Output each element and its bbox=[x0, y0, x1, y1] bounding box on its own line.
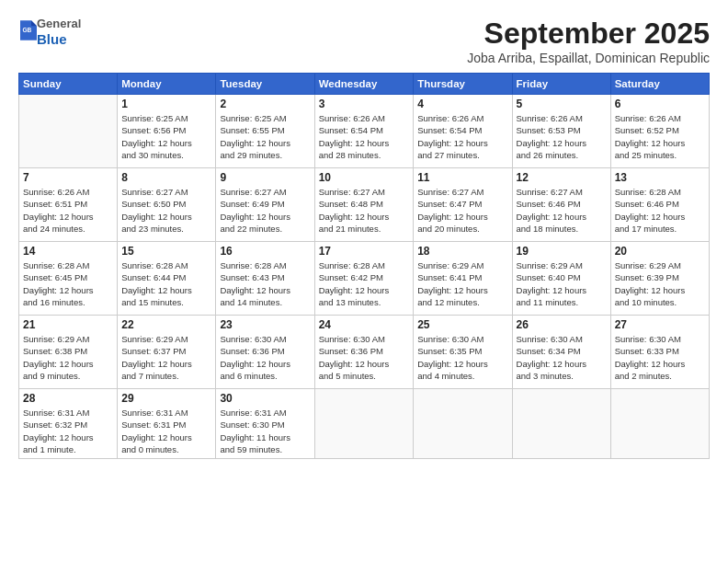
page: GB General Blue September 2025 Joba Arri… bbox=[0, 0, 728, 563]
day-number: 16 bbox=[220, 245, 310, 258]
day-number: 29 bbox=[121, 392, 211, 405]
day-number: 17 bbox=[319, 245, 410, 258]
col-sunday: Sunday bbox=[19, 74, 118, 95]
col-saturday: Saturday bbox=[610, 74, 709, 95]
col-friday: Friday bbox=[512, 74, 610, 95]
cell-content: Sunrise: 6:30 AMSunset: 6:34 PMDaylight:… bbox=[517, 333, 607, 382]
day-number: 4 bbox=[417, 98, 507, 110]
day-number: 27 bbox=[615, 318, 705, 331]
table-row: 6Sunrise: 6:26 AMSunset: 6:52 PMDaylight… bbox=[610, 95, 709, 168]
day-number: 20 bbox=[615, 245, 705, 258]
day-number: 24 bbox=[319, 318, 410, 331]
day-number: 26 bbox=[517, 318, 607, 331]
cell-content: Sunrise: 6:27 AMSunset: 6:46 PMDaylight:… bbox=[517, 186, 607, 235]
day-number: 6 bbox=[615, 98, 705, 110]
day-number: 7 bbox=[23, 171, 113, 184]
col-monday: Monday bbox=[118, 74, 216, 95]
location: Joba Arriba, Espaillat, Dominican Republ… bbox=[467, 51, 710, 65]
cell-content: Sunrise: 6:29 AMSunset: 6:40 PMDaylight:… bbox=[517, 259, 607, 308]
cell-content: Sunrise: 6:30 AMSunset: 6:36 PMDaylight:… bbox=[319, 333, 410, 382]
cell-content: Sunrise: 6:31 AMSunset: 6:32 PMDaylight:… bbox=[23, 407, 113, 455]
cell-content: Sunrise: 6:29 AMSunset: 6:39 PMDaylight:… bbox=[615, 259, 705, 308]
logo-blue: Blue bbox=[37, 31, 81, 48]
table-row: 28Sunrise: 6:31 AMSunset: 6:32 PMDayligh… bbox=[19, 389, 118, 459]
table-row: 7Sunrise: 6:26 AMSunset: 6:51 PMDaylight… bbox=[19, 168, 118, 242]
cell-content: Sunrise: 6:30 AMSunset: 6:35 PMDaylight:… bbox=[417, 333, 507, 382]
day-number: 10 bbox=[319, 171, 410, 184]
table-row bbox=[314, 389, 414, 459]
cell-content: Sunrise: 6:27 AMSunset: 6:48 PMDaylight:… bbox=[319, 186, 410, 235]
col-thursday: Thursday bbox=[414, 74, 512, 95]
day-number: 21 bbox=[23, 318, 113, 331]
day-number: 15 bbox=[121, 245, 211, 258]
table-row: 19Sunrise: 6:29 AMSunset: 6:40 PMDayligh… bbox=[512, 242, 610, 316]
table-row: 25Sunrise: 6:30 AMSunset: 6:35 PMDayligh… bbox=[414, 316, 512, 389]
table-row: 10Sunrise: 6:27 AMSunset: 6:48 PMDayligh… bbox=[314, 168, 414, 242]
svg-text:GB: GB bbox=[22, 27, 31, 33]
table-row: 5Sunrise: 6:26 AMSunset: 6:53 PMDaylight… bbox=[512, 95, 610, 168]
table-row: 18Sunrise: 6:29 AMSunset: 6:41 PMDayligh… bbox=[414, 242, 512, 316]
cell-content: Sunrise: 6:27 AMSunset: 6:49 PMDaylight:… bbox=[220, 186, 310, 235]
cell-content: Sunrise: 6:31 AMSunset: 6:31 PMDaylight:… bbox=[121, 407, 211, 455]
cell-content: Sunrise: 6:26 AMSunset: 6:54 PMDaylight:… bbox=[319, 112, 410, 161]
calendar-header-row: Sunday Monday Tuesday Wednesday Thursday… bbox=[19, 74, 710, 95]
table-row bbox=[414, 389, 512, 459]
table-row: 11Sunrise: 6:27 AMSunset: 6:47 PMDayligh… bbox=[414, 168, 512, 242]
cell-content: Sunrise: 6:27 AMSunset: 6:47 PMDaylight:… bbox=[417, 186, 507, 235]
table-row: 3Sunrise: 6:26 AMSunset: 6:54 PMDaylight… bbox=[314, 95, 414, 168]
cell-content: Sunrise: 6:28 AMSunset: 6:42 PMDaylight:… bbox=[319, 259, 410, 308]
cell-content: Sunrise: 6:30 AMSunset: 6:36 PMDaylight:… bbox=[220, 333, 310, 382]
cell-content: Sunrise: 6:26 AMSunset: 6:53 PMDaylight:… bbox=[517, 112, 607, 161]
table-row: 14Sunrise: 6:28 AMSunset: 6:45 PMDayligh… bbox=[19, 242, 118, 316]
table-row: 23Sunrise: 6:30 AMSunset: 6:36 PMDayligh… bbox=[216, 316, 314, 389]
table-row: 30Sunrise: 6:31 AMSunset: 6:30 PMDayligh… bbox=[216, 389, 314, 459]
table-row: 16Sunrise: 6:28 AMSunset: 6:43 PMDayligh… bbox=[216, 242, 314, 316]
day-number: 25 bbox=[417, 318, 507, 331]
day-number: 13 bbox=[615, 171, 705, 184]
logo-general: General bbox=[37, 17, 81, 31]
table-row: 29Sunrise: 6:31 AMSunset: 6:31 PMDayligh… bbox=[118, 389, 216, 459]
cell-content: Sunrise: 6:26 AMSunset: 6:52 PMDaylight:… bbox=[615, 112, 705, 161]
cell-content: Sunrise: 6:28 AMSunset: 6:45 PMDaylight:… bbox=[23, 259, 113, 308]
table-row: 8Sunrise: 6:27 AMSunset: 6:50 PMDaylight… bbox=[118, 168, 216, 242]
day-number: 28 bbox=[23, 392, 113, 405]
cell-content: Sunrise: 6:29 AMSunset: 6:41 PMDaylight:… bbox=[417, 259, 507, 308]
day-number: 9 bbox=[220, 171, 310, 184]
table-row bbox=[19, 95, 118, 168]
calendar: Sunday Monday Tuesday Wednesday Thursday… bbox=[18, 73, 710, 459]
day-number: 8 bbox=[121, 171, 211, 184]
table-row: 20Sunrise: 6:29 AMSunset: 6:39 PMDayligh… bbox=[610, 242, 709, 316]
table-row: 2Sunrise: 6:25 AMSunset: 6:55 PMDaylight… bbox=[216, 95, 314, 168]
cell-content: Sunrise: 6:28 AMSunset: 6:44 PMDaylight:… bbox=[121, 259, 211, 308]
cell-content: Sunrise: 6:28 AMSunset: 6:43 PMDaylight:… bbox=[220, 259, 310, 308]
logo: GB General Blue bbox=[18, 17, 81, 48]
day-number: 30 bbox=[220, 392, 310, 405]
table-row: 15Sunrise: 6:28 AMSunset: 6:44 PMDayligh… bbox=[118, 242, 216, 316]
table-row bbox=[512, 389, 610, 459]
day-number: 22 bbox=[121, 318, 211, 331]
cell-content: Sunrise: 6:29 AMSunset: 6:37 PMDaylight:… bbox=[121, 333, 211, 382]
title-block: September 2025 Joba Arriba, Espaillat, D… bbox=[467, 17, 710, 65]
table-row: 27Sunrise: 6:30 AMSunset: 6:33 PMDayligh… bbox=[610, 316, 709, 389]
day-number: 1 bbox=[121, 98, 211, 110]
cell-content: Sunrise: 6:25 AMSunset: 6:56 PMDaylight:… bbox=[121, 112, 211, 161]
col-tuesday: Tuesday bbox=[216, 74, 314, 95]
table-row: 13Sunrise: 6:28 AMSunset: 6:46 PMDayligh… bbox=[610, 168, 709, 242]
cell-content: Sunrise: 6:25 AMSunset: 6:55 PMDaylight:… bbox=[220, 112, 310, 161]
table-row: 9Sunrise: 6:27 AMSunset: 6:49 PMDaylight… bbox=[216, 168, 314, 242]
table-row: 21Sunrise: 6:29 AMSunset: 6:38 PMDayligh… bbox=[19, 316, 118, 389]
table-row: 17Sunrise: 6:28 AMSunset: 6:42 PMDayligh… bbox=[314, 242, 414, 316]
day-number: 3 bbox=[319, 98, 410, 110]
day-number: 5 bbox=[517, 98, 607, 110]
table-row bbox=[610, 389, 709, 459]
day-number: 18 bbox=[417, 245, 507, 258]
logo-icon: GB bbox=[20, 20, 37, 40]
cell-content: Sunrise: 6:26 AMSunset: 6:51 PMDaylight:… bbox=[23, 186, 113, 235]
table-row: 24Sunrise: 6:30 AMSunset: 6:36 PMDayligh… bbox=[314, 316, 414, 389]
day-number: 14 bbox=[23, 245, 113, 258]
table-row: 26Sunrise: 6:30 AMSunset: 6:34 PMDayligh… bbox=[512, 316, 610, 389]
day-number: 12 bbox=[517, 171, 607, 184]
day-number: 11 bbox=[417, 171, 507, 184]
month-title: September 2025 bbox=[467, 17, 710, 51]
table-row: 4Sunrise: 6:26 AMSunset: 6:54 PMDaylight… bbox=[414, 95, 512, 168]
